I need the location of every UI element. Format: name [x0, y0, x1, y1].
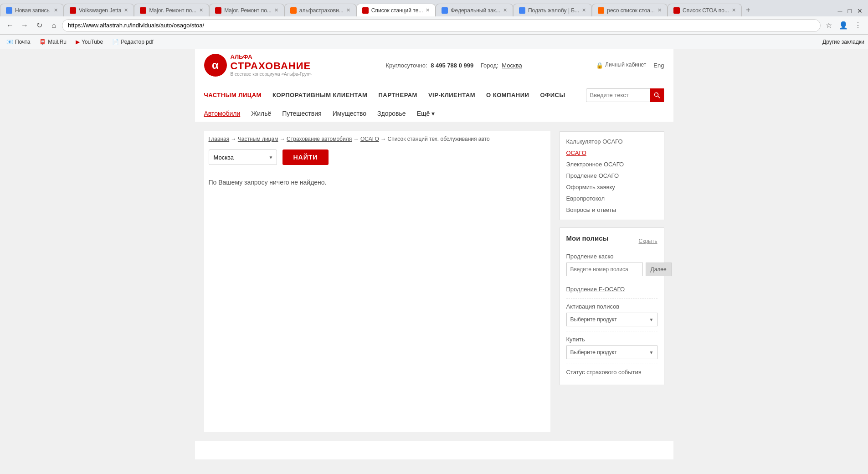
tab-6-active[interactable]: Список станций те... ✕: [356, 4, 436, 16]
tab-close-10[interactable]: ✕: [732, 7, 736, 13]
activation-select[interactable]: Выберите продукт: [566, 313, 657, 326]
window-close[interactable]: ✕: [855, 5, 864, 16]
tab-1[interactable]: Новая запись ✕: [0, 4, 64, 16]
bookmark-pdf[interactable]: 📄 Редактор pdf: [109, 38, 156, 46]
main-search-input[interactable]: [586, 92, 650, 98]
pochta-label: Почта: [15, 39, 30, 45]
tab-close-3[interactable]: ✕: [199, 7, 203, 13]
status-label: Статус страхового события: [566, 369, 657, 376]
policies-hide-link[interactable]: Скрыть: [639, 238, 657, 244]
window-minimize[interactable]: ─: [836, 5, 844, 16]
sub-nav-more[interactable]: Ещё ▾: [417, 110, 435, 117]
main-search-button[interactable]: [650, 88, 664, 102]
logo-area[interactable]: α АЛЬФА СТРАХОВАНИЕ В составе консорциум…: [204, 54, 312, 77]
tab-close-8[interactable]: ✕: [582, 7, 586, 13]
window-maximize[interactable]: □: [846, 5, 853, 16]
tab-7[interactable]: Федеральный зак... ✕: [436, 4, 513, 16]
lang-button[interactable]: Eng: [653, 62, 664, 69]
e-osago-link[interactable]: Продление Е-ОСАГО: [566, 286, 657, 293]
policy-number-input[interactable]: [566, 263, 643, 276]
tab-close-2[interactable]: ✕: [124, 7, 128, 13]
breadcrumb-car-insurance[interactable]: Страхование автомобиля: [287, 136, 352, 142]
tab-close-7[interactable]: ✕: [503, 7, 507, 13]
tab-4[interactable]: Major. Ремонт по... ✕: [209, 4, 284, 16]
buy-label: Купить: [566, 336, 657, 343]
logo-prefix: АЛЬФА: [231, 54, 312, 60]
activation-select-wrapper: Выберите продукт: [566, 313, 657, 326]
breadcrumb-sep-4: →: [380, 136, 387, 142]
tab-title-9: ресо список стоа...: [607, 7, 655, 14]
home-button[interactable]: ⌂: [47, 19, 60, 32]
tab-close-5[interactable]: ✕: [346, 7, 350, 13]
kasko-label: Продление каско: [566, 253, 657, 260]
tab-8[interactable]: Подать жалобу | Б... ✕: [513, 4, 592, 16]
tab-favicon-5: [290, 7, 297, 14]
tab-close-4[interactable]: ✕: [274, 7, 278, 13]
activation-label: Активация полисов: [566, 303, 657, 310]
tab-title-3: Major. Ремонт по...: [149, 7, 196, 14]
tab-close-1[interactable]: ✕: [54, 7, 58, 13]
policies-panel-header: Мои полисы Скрыть: [566, 234, 657, 247]
tab-title-6: Список станций те...: [371, 7, 423, 14]
nav-corporate[interactable]: КОРПОРАТИВНЫМ КЛИЕНТАМ: [272, 85, 367, 105]
sidebar-link-electronic[interactable]: Электронное ОСАГО: [566, 161, 657, 168]
tab-title-2: Volkswagen Jetta: [79, 7, 121, 14]
cabinet-link[interactable]: 🔒 Личный кабинет: [596, 62, 646, 69]
tab-10[interactable]: Список СТОА по... ✕: [668, 4, 742, 16]
sidebar-link-renew[interactable]: Продление ОСАГО: [566, 172, 657, 179]
breadcrumb-private[interactable]: Частным лицам: [238, 136, 278, 142]
tab-3[interactable]: Major. Ремонт по... ✕: [134, 4, 209, 16]
city-link[interactable]: Москва: [502, 62, 522, 69]
user-button[interactable]: 👤: [837, 19, 850, 32]
breadcrumb-osago[interactable]: ОСАГО: [360, 136, 379, 142]
bookmarks-bar: 📧 Почта 📮 Mail.Ru ▶ YouTube 📄 Редактор p…: [0, 35, 868, 49]
buy-select[interactable]: Выберите продукт: [566, 345, 657, 359]
find-button[interactable]: НАЙТИ: [282, 149, 329, 165]
other-bookmarks[interactable]: Другие закладки: [822, 39, 864, 45]
tab-close-9[interactable]: ✕: [657, 7, 662, 13]
bookmark-mailru[interactable]: 📮 Mail.Ru: [36, 38, 69, 46]
tab-close-6[interactable]: ✕: [426, 7, 430, 13]
address-bar[interactable]: [62, 19, 821, 32]
tab-favicon-2: [70, 7, 76, 14]
sidebar-link-europrotocol[interactable]: Европротокол: [566, 195, 657, 202]
tab-2[interactable]: Volkswagen Jetta ✕: [64, 4, 134, 16]
nav-partners[interactable]: ПАРТНЕРАМ: [378, 85, 417, 105]
main-nav-links: ЧАСТНЫМ ЛИЦАМ КОРПОРАТИВНЫМ КЛИЕНТАМ ПАР…: [204, 85, 565, 105]
bookmark-pochta[interactable]: 📧 Почта: [4, 38, 33, 46]
divider-4: [566, 364, 657, 364]
tab-bar: Новая запись ✕ Volkswagen Jetta ✕ Major.…: [0, 0, 868, 16]
sidebar-my-policies: Мои полисы Скрыть Продление каско Далее …: [560, 227, 664, 385]
nav-vip[interactable]: VIP-КЛИЕНТАМ: [428, 85, 475, 105]
sidebar-link-calculator[interactable]: Калькулятор ОСАГО: [566, 138, 657, 145]
forward-button[interactable]: →: [18, 19, 31, 32]
tab-favicon-10: [673, 7, 680, 14]
new-tab-button[interactable]: +: [742, 4, 755, 16]
sidebar: Калькулятор ОСАГО ОСАГО Электронное ОСАГ…: [560, 131, 664, 432]
sub-nav-auto[interactable]: Автомобили: [204, 110, 241, 117]
tab-9[interactable]: ресо список стоа... ✕: [592, 4, 668, 16]
policy-next-button[interactable]: Далее: [646, 263, 672, 276]
tab-5[interactable]: альфастрахови... ✕: [284, 4, 356, 16]
back-button[interactable]: ←: [4, 19, 16, 32]
reload-button[interactable]: ↻: [33, 19, 46, 32]
bookmark-button[interactable]: ☆: [822, 19, 835, 32]
sidebar-link-faq[interactable]: Вопросы и ответы: [566, 206, 657, 213]
nav-company[interactable]: О КОМПАНИИ: [486, 85, 529, 105]
nav-offices[interactable]: ОФИСЫ: [540, 85, 565, 105]
sidebar-link-apply[interactable]: Оформить заявку: [566, 184, 657, 191]
breadcrumb-home[interactable]: Главная: [209, 136, 230, 142]
sub-nav-home[interactable]: Жильё: [251, 110, 271, 117]
sub-nav-health[interactable]: Здоровье: [377, 110, 406, 117]
sub-nav-property[interactable]: Имущество: [333, 110, 366, 117]
nav-private[interactable]: ЧАСТНЫМ ЛИЦАМ: [204, 85, 262, 105]
tab-favicon-7: [442, 7, 448, 14]
cabinet-label: Личный кабинет: [605, 62, 646, 69]
city-select[interactable]: Москва: [209, 149, 277, 165]
tab-title-4: Major. Ремонт по...: [224, 7, 272, 14]
menu-button[interactable]: ⋮: [852, 19, 864, 32]
sub-nav-travel[interactable]: Путешествия: [282, 110, 321, 117]
logo-main: СТРАХОВАНИЕ: [231, 61, 312, 72]
bookmark-youtube[interactable]: ▶ YouTube: [73, 38, 106, 46]
sidebar-link-osago[interactable]: ОСАГО: [566, 149, 657, 156]
